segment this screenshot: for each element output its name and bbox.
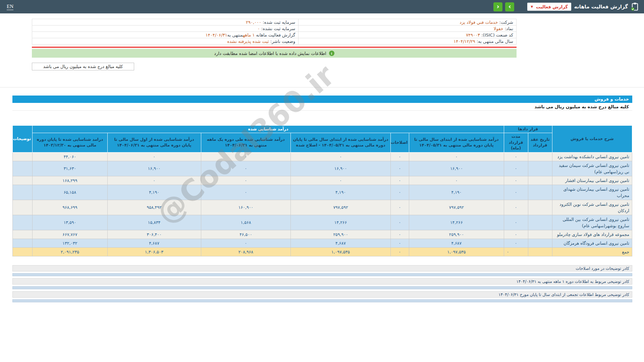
value-cell: ۴,۱۹۰ bbox=[107, 185, 201, 200]
value-cell: ۰ bbox=[107, 176, 201, 185]
service-name-cell: تامین نیروی انسانی بیمارستان شهدای محراب bbox=[552, 185, 632, 200]
next-report-button[interactable]: › bbox=[505, 2, 514, 11]
value-cell: ۰ bbox=[291, 176, 390, 185]
value-cell: ۰ bbox=[390, 230, 409, 239]
company-label: شرکت: bbox=[499, 20, 513, 25]
value-cell bbox=[13, 152, 33, 161]
report-period-mid: منتهی به bbox=[227, 33, 243, 38]
table-row: مجموعه قرارداد های فولاد سازی چادرملو۰۲۵… bbox=[13, 230, 632, 239]
table-header-row-columns: تاریخ عقد قرارداد مدت قرارداد (ماه) درآم… bbox=[13, 133, 632, 152]
value-cell: ۴,۱۹۰ bbox=[291, 185, 390, 200]
table-row: تامین نیروی انسانی بیمارستان شهدای محراب… bbox=[13, 185, 632, 200]
col-header-contract-date: تاریخ عقد قرارداد bbox=[528, 133, 552, 152]
value-cell bbox=[528, 185, 552, 200]
table-row: تامین نیروی انسانی دانشکده بهداشت یزد۰۰۰… bbox=[13, 152, 632, 161]
unregistered-capital-value: ۰ bbox=[258, 26, 260, 31]
report-period-date: ۱۴۰۴/۰۶/۳۱ bbox=[206, 33, 227, 38]
col-header-rev-to-0531-adjusted: درآمد شناسایی شده از ابتدای سال مالی تا … bbox=[291, 133, 390, 152]
value-cell: ۲۵۹,۹۰۰ bbox=[409, 230, 504, 239]
fiscal-year-value: ۱۴۰۴/۱۲/۲۹ bbox=[453, 39, 475, 44]
header-right-group: گزارش فعالیت ماهانه گزارش فعالیت ▼ › ‹ bbox=[493, 2, 639, 11]
service-name-cell: تامین نیروی انسانی دانشکده بهداشت یزد bbox=[552, 152, 632, 161]
value-cell: ۲,۰۹۱,۲۳۵ bbox=[33, 247, 107, 256]
footnote-adjustments: کادر توضیحات در مورد اصلاحات bbox=[12, 265, 632, 272]
footnote-monthly-period: کادر توضیحی مربوط به اطلاعات دوره ۱ ماهه… bbox=[12, 278, 632, 285]
company-value: خدمات فني فولاد يزد bbox=[460, 20, 498, 25]
value-cell: ۰ bbox=[390, 161, 409, 176]
unregistered-capital-label: سرمایه ثبت نشده: bbox=[261, 26, 295, 31]
footnote-adjustments-content-strip bbox=[12, 273, 632, 276]
registered-capital-cell: سرمایه ثبت شده: ۲۹۰,۰۰۰ bbox=[32, 19, 299, 25]
company-name-cell: شرکت: خدمات فني فولاد يزد bbox=[299, 19, 517, 25]
top-header-bar: گزارش فعالیت ماهانه گزارش فعالیت ▼ › ‹ E… bbox=[0, 0, 644, 13]
col-group-revenue: درآمد شناسایی شده bbox=[33, 126, 504, 133]
value-cell: ۱۶۸,۲۹۹ bbox=[33, 176, 107, 185]
report-period-label: گزارش فعالیت ماهانه bbox=[256, 33, 295, 38]
red-separator-line bbox=[32, 47, 517, 48]
value-cell: ۰ bbox=[390, 200, 409, 215]
value-cell: ۱,۵۶۸ bbox=[201, 215, 291, 230]
value-cell bbox=[13, 176, 33, 185]
value-cell: ۰ bbox=[390, 247, 409, 256]
value-cell: ۴,۱۹۰ bbox=[409, 185, 504, 200]
value-cell: ۱۶,۹۰۰ bbox=[107, 161, 201, 176]
symbol-cell: نماد: خفولا bbox=[299, 25, 517, 32]
value-cell: ۱,۰۹۷,۵۳۵ bbox=[409, 247, 504, 256]
value-cell: ۱,۰۹۷,۵۳۵ bbox=[291, 247, 390, 256]
value-cell: ۱۴,۲۶۶ bbox=[409, 215, 504, 230]
symbol-label: نماد: bbox=[505, 26, 513, 31]
value-cell: ۶۶۷,۷۶۷ bbox=[33, 230, 107, 239]
report-type-dropdown[interactable]: گزارش فعالیت ▼ bbox=[527, 3, 571, 11]
value-cell: ۱۶,۹۰۰ bbox=[291, 161, 390, 176]
footnote-cumulative: کادر توضیحی مربوط اطلاعات تجمعی از ابتدا… bbox=[12, 291, 632, 298]
value-cell: ۰ bbox=[504, 161, 528, 176]
value-cell: ۰ bbox=[504, 247, 528, 256]
value-cell bbox=[528, 152, 552, 161]
value-cell bbox=[13, 230, 33, 239]
col-header-rev-ytd: درآمد شناسایی شده از اول سال مالی تا پای… bbox=[107, 133, 201, 152]
chevron-down-icon: ▼ bbox=[531, 5, 533, 8]
value-cell: ۷۹۷,۵۹۲ bbox=[409, 200, 504, 215]
service-name-cell: تامین نیروی انسانی شرکت نوین الکترود ارد… bbox=[552, 200, 632, 215]
table-row: تامین نیروی انسانی بیمارستان افشار۰۰۰۰۰۰… bbox=[13, 176, 632, 185]
value-cell: ۰ bbox=[201, 176, 291, 185]
value-cell bbox=[528, 247, 552, 256]
company-info-section: شرکت: خدمات فني فولاد يزد سرمایه ثبت شده… bbox=[32, 19, 517, 70]
service-name-cell: تامین نیروی انسانی فرودگاه هرمزگان bbox=[552, 239, 632, 247]
col-header-rev-prev-year: درامد شناسایی شده تا پایان دوره مالی منت… bbox=[33, 133, 107, 152]
service-name-cell: تامین نیروی انسانی شرکت سیمان سفید نی ری… bbox=[552, 161, 632, 176]
value-cell: ۴۴,۰۶۰ bbox=[33, 152, 107, 161]
table-row: تامین نیروی انسانی شرکت بین المللی ساروج… bbox=[13, 215, 632, 230]
sales-table-header: شرح خدمات یا فروش قرار دادها درآمد شناسا… bbox=[13, 126, 632, 153]
service-name-cell: جمع bbox=[552, 247, 632, 256]
value-cell: ۰ bbox=[201, 152, 291, 161]
sales-section-note: کلیه مبالغ درج شده به میلیون ریال می باش… bbox=[12, 103, 632, 111]
value-cell: ۰ bbox=[201, 185, 291, 200]
service-name-cell: تامین نیروی انسانی بیمارستان افشار bbox=[552, 176, 632, 185]
value-cell: ۱,۳۰۶,۵۰۳ bbox=[107, 247, 201, 256]
value-cell bbox=[528, 200, 552, 215]
value-cell: ۴,۶۸۷ bbox=[291, 239, 390, 247]
value-cell bbox=[528, 230, 552, 239]
isic-label: کد صنعت (ISIC): bbox=[481, 33, 513, 38]
value-cell: ۰ bbox=[504, 215, 528, 230]
publisher-status-cell: وضعیت ناشر: ثبت شده پذیرفته نشده bbox=[32, 38, 299, 45]
value-cell: ۰ bbox=[504, 200, 528, 215]
publisher-status-value: ثبت شده پذیرفته نشده bbox=[227, 39, 269, 44]
value-cell bbox=[13, 215, 33, 230]
value-cell bbox=[13, 200, 33, 215]
value-cell: ۷۹۷,۵۹۲ bbox=[291, 200, 390, 215]
total-row: جمع۰۱,۰۹۷,۵۳۵۰۱,۰۹۷,۵۳۵۲۰۸,۹۶۸۱,۳۰۶,۵۰۳۲… bbox=[13, 247, 632, 256]
language-toggle-en[interactable]: EN bbox=[7, 4, 13, 10]
previous-report-button[interactable]: ‹ bbox=[493, 2, 502, 11]
value-cell: ۴۶,۵۰۰ bbox=[201, 230, 291, 239]
value-cell: ۱۴,۲۶۶ bbox=[291, 215, 390, 230]
footnotes-section: کادر توضیحات در مورد اصلاحات کادر توضیحی… bbox=[12, 265, 632, 302]
clipboard-report-icon bbox=[631, 2, 639, 11]
value-cell bbox=[528, 239, 552, 247]
value-cell bbox=[13, 161, 33, 176]
sales-table: شرح خدمات یا فروش قرار دادها درآمد شناسا… bbox=[12, 125, 632, 256]
sales-table-body: تامین نیروی انسانی دانشکده بهداشت یزد۰۰۰… bbox=[13, 152, 632, 256]
col-header-notes: توضیحات bbox=[13, 126, 33, 153]
value-cell: ۴,۶۸۷ bbox=[409, 239, 504, 247]
